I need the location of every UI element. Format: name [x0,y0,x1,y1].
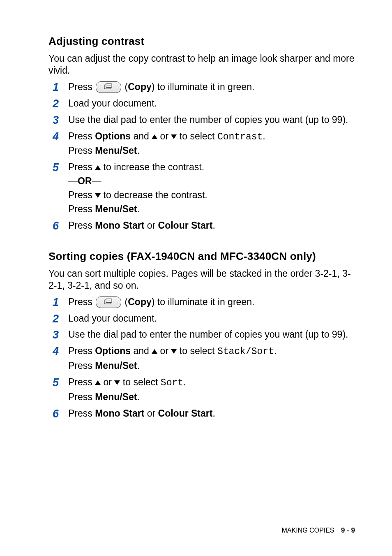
bold-term: OR [78,176,92,186]
step-number: 3 [53,115,68,126]
bold-term: Options [95,131,131,141]
step-body: Load your document. [68,97,355,111]
step-body: Press or to select Sort.Press Menu/Set. [68,376,355,405]
step: 2Load your document. [53,97,355,111]
bold-term: Menu/Set [95,392,137,402]
footer-section: MAKING COPIES [281,527,334,534]
section-heading: Sorting copies (FAX-1940CN and MFC-3340C… [48,250,355,263]
lcd-text: Sort [161,378,183,388]
step-body: Press (Copy) to illuminate it in green. [68,81,355,95]
bold-term: Options [95,345,131,356]
bold-term: Menu/Set [95,360,137,371]
step: 5Press or to select Sort.Press Menu/Set. [53,376,355,405]
bold-term: Menu/Set [95,145,137,156]
step-number: 4 [53,346,68,357]
bold-term: Mono Start [95,220,144,231]
triangle-down-icon [171,349,177,354]
steps-list: 1Press (Copy) to illuminate it in green.… [48,81,355,234]
lcd-text: Contrast [217,132,263,142]
step-number: 1 [53,82,68,93]
triangle-down-icon [171,134,177,139]
triangle-up-icon [95,165,101,170]
copy-button-icon [96,297,121,308]
step: 6Press Mono Start or Colour Start. [53,408,355,422]
bold-term: Copy [128,81,152,92]
section-heading: Adjusting contrast [48,35,355,48]
section-intro: You can adjust the copy contrast to help… [48,53,355,77]
step-number: 4 [53,131,68,142]
triangle-up-icon [152,134,157,139]
page-footer: MAKING COPIES 9 - 9 [281,526,355,535]
step-body: Press (Copy) to illuminate it in green. [68,296,355,310]
step-number: 3 [53,329,68,341]
step-number: 6 [53,408,68,419]
footer-page-number: 9 - 9 [341,526,355,534]
step: 4Press Options and or to select Stack/So… [53,345,355,374]
triangle-up-icon [152,349,157,354]
step-body: Press Options and or to select Contrast.… [68,130,355,159]
bold-term: Colour Start [158,220,213,231]
step: 2Load your document. [53,313,355,327]
step-body: Use the dial pad to enter the number of … [68,114,355,128]
triangle-up-icon [95,380,101,385]
step-body: Press Options and or to select Stack/Sor… [68,345,355,374]
triangle-down-icon [114,380,120,385]
step-body: Press Mono Start or Colour Start. [68,408,355,422]
triangle-down-icon [95,193,101,198]
bold-term: Menu/Set [95,204,137,214]
step-number: 2 [53,98,68,109]
lcd-text: Stack/Sort [217,346,274,357]
step: 1Press (Copy) to illuminate it in green. [53,81,355,95]
step: 6Press Mono Start or Colour Start. [53,220,355,234]
step-number: 2 [53,313,68,324]
step: 4Press Options and or to select Contrast… [53,130,355,159]
bold-term: Colour Start [158,408,213,419]
steps-list: 1Press (Copy) to illuminate it in green.… [48,296,355,422]
step: 3Use the dial pad to enter the number of… [53,329,355,343]
step-number: 5 [53,377,68,388]
step-body: Press to increase the contrast.—OR—Press… [68,161,355,217]
step: 5Press to increase the contrast.—OR—Pres… [53,161,355,217]
bold-term: Mono Start [95,408,144,419]
page-content: Adjusting contrast You can adjust the co… [0,0,392,449]
step: 1Press (Copy) to illuminate it in green. [53,296,355,310]
step-body: Use the dial pad to enter the number of … [68,329,355,343]
bold-term: Copy [128,297,152,307]
step: 3Use the dial pad to enter the number of… [53,114,355,128]
step-number: 5 [53,162,68,173]
step-body: Load your document. [68,313,355,327]
copy-button-icon [96,81,121,93]
section-intro: You can sort multiple copies. Pages will… [48,268,355,292]
step-body: Press Mono Start or Colour Start. [68,220,355,234]
step-number: 1 [53,297,68,308]
step-number: 6 [53,220,68,232]
